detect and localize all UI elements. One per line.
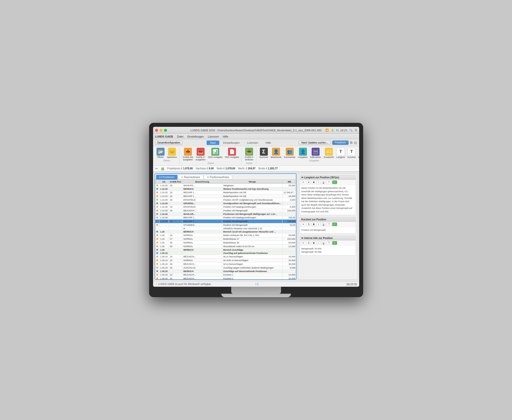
tab-lizenzen[interactable]: Lizenzen	[244, 140, 262, 145]
table-row[interactable]: 1.30.1040ZUSCHLAGZuschlag wegen schlecht…	[155, 266, 296, 270]
kurztext-underline-button[interactable]: U	[321, 223, 326, 226]
oeffnen-group-label: Öffnen	[163, 159, 170, 162]
table-row[interactable]: HHINWEIS Hinweise zum Abschnitt 1.20	[155, 227, 296, 230]
table-row[interactable]: 1.10.25BEREICHWeitere Positionsarten mit…	[155, 187, 296, 191]
langtext-indent-button[interactable]: ⊤	[327, 181, 332, 184]
save-button[interactable]: 😊 Speichern	[166, 147, 178, 159]
toolbar-group-export: 📤 GAEB x84ausgeben 📤 GAEB x*ausgeben 📊 O…	[180, 147, 242, 164]
table-row[interactable]: 1.10.2510BEDARF (...Bedarfsposition mit …	[155, 191, 296, 194]
scissors-icon: ✂	[155, 167, 158, 171]
table-row[interactable]: 1.2010NORMALBoden einbauen BK 3/4 h bis …	[155, 233, 296, 237]
table-row[interactable]: 1.30.20BEREICHZuschläge auf davorstehend…	[155, 270, 296, 273]
table-row[interactable]: 1.2027NORMALBodenklasse 27150,000m30,000	[155, 237, 296, 241]
interneinfo-bold-button[interactable]: B	[312, 241, 316, 245]
zusatzinfo-button[interactable]: 🏷 Zusatzinfo	[323, 147, 335, 159]
interneinfo-underline-button[interactable]: U	[321, 241, 326, 245]
data-table[interactable]: OZ GAEB-Pos Bezeichnung Menge ME Materia…	[155, 180, 296, 279]
tab-positionsaufmass[interactable]: ✏ Positionsaufmass	[204, 175, 232, 180]
netto-item: Netto € 1.078,80	[217, 167, 235, 170]
gaeb-xstar-in-button[interactable]: 📥 GAEB x*einlesen	[244, 147, 255, 161]
menu-lizenzen[interactable]: Lizenzen	[208, 135, 219, 138]
table-row[interactable]: 1.30BEREICHBereich Zuschläge0,00	[155, 248, 296, 252]
interneinfo-italic-button[interactable]: I	[317, 241, 321, 245]
kurztext-bold-button[interactable]: B	[312, 223, 316, 226]
bietertexte-label: Bietertexte	[271, 156, 282, 158]
search-icon[interactable]: 🔍	[349, 129, 353, 132]
window-expand-icon[interactable]: ⧉	[350, 140, 352, 145]
bietertexte-button[interactable]: 👤 Bietertexte	[270, 147, 283, 159]
menu-hilfe[interactable]: Hilfe	[223, 135, 228, 138]
menu-datei[interactable]: Datei	[177, 135, 183, 138]
table-row[interactable]: 1.30.2020BEZUSCH...Kurztext 220,000m0,00…	[155, 277, 296, 280]
table-row[interactable]: 1.10.2530EPANTEILEPosition mit EP-Aufgli…	[155, 198, 296, 202]
table-row[interactable]: 1.10.30GRUNDG...Grundposition mit Mengen…	[155, 202, 296, 205]
kurztext-copy-button[interactable]: ⎘	[307, 223, 311, 226]
tab-lv-positionen[interactable]: LV-Positionen	[156, 175, 178, 180]
langtext-italic-button[interactable]: I	[317, 181, 321, 184]
summen-button[interactable]: Σ Summen	[258, 147, 269, 159]
interneinfo-clear-button[interactable]: C	[332, 241, 337, 245]
langtext-button[interactable]: T Langtext	[335, 147, 346, 159]
kurztext-cut-button[interactable]: ✂	[301, 223, 306, 226]
interneinfo-indent-button[interactable]: ⊤	[327, 241, 332, 245]
table-row[interactable]: 1.10.3010EPANTEILEPosition mit Katalogzu…	[155, 205, 296, 209]
open-button[interactable]: 📂 Öffnen	[156, 147, 166, 159]
gesamtkonfiguration-button[interactable]: Gesamtkonfiguration	[155, 140, 182, 145]
table-row[interactable]: 1.2050NORMALWurzelstock roden d=15-30 cm…	[155, 245, 296, 248]
table-row[interactable]: 1.30.10Zuschlag auf gekennzeichnete Posi…	[155, 252, 296, 255]
kurztext-clear-button[interactable]: C	[332, 223, 337, 226]
kalkulation-button[interactable]: 🧮 Kalkulation	[309, 147, 322, 159]
table-row[interactable]: 1.10.4020BEDARF (...Position mit Mengens…	[155, 220, 296, 223]
langtext-cut-button[interactable]: ✂	[301, 181, 306, 184]
menubar: LUNDS GAEB Datei Einstellungen Lizenzen …	[153, 134, 359, 139]
table-row[interactable]: 1.30.2010BEZUSCH...Kurztext 110,000m0,00…	[155, 273, 296, 277]
langtext-bold-button[interactable]: B	[312, 181, 316, 184]
menu-einstellungen[interactable]: Einstellungen	[187, 135, 204, 138]
menu-app[interactable]: LUNDS GAEB	[155, 135, 173, 138]
langtext-underline-button[interactable]: U	[321, 181, 326, 184]
gaeb-x84-button[interactable]: 📤 GAEB x84ausgeben	[182, 147, 194, 161]
table-row[interactable]: 1.10.40WAHLGR...Positionen mit Mengenspl…	[155, 213, 296, 216]
update-button[interactable]: Nach Updates suchen...	[299, 140, 331, 145]
table-row[interactable]: STUNDEN...Position mit Mengensplit22,00m…	[155, 223, 296, 227]
kommentar-button[interactable]: 👥 Kommentar	[283, 147, 297, 159]
table-row[interactable]: 1.30.1030BEZUSCH...Ist zu bezuschlagen30…	[155, 262, 296, 266]
table-row[interactable]: 1.10.3020BEZUSCH...Position mit Mengensp…	[155, 209, 296, 213]
feedback-button[interactable]: Feedback	[332, 140, 349, 145]
row-indicator-cell	[155, 255, 159, 259]
table-row[interactable]: 1.10.2034WAHLPO...Steigeisen25,000Stnur …	[155, 184, 296, 187]
tab-einstellungen[interactable]: Einstellungen	[220, 140, 243, 145]
close-button[interactable]	[155, 129, 158, 132]
interneinfo-button[interactable]: T Interne Info	[357, 147, 359, 159]
kurztext-indent-button[interactable]: ⊤	[327, 223, 332, 226]
ods-button[interactable]: 📊 ODS-Ausgabe	[207, 147, 224, 161]
window-contract-icon[interactable]: ⊡	[354, 141, 357, 145]
table-row[interactable]: 1.10.40BEDARF (...Position mit Katalogzu…	[155, 216, 296, 220]
kurztext-button[interactable]: T Kurztext	[346, 147, 357, 159]
langtext-clear-button[interactable]: C	[332, 181, 337, 184]
table-row[interactable]: 1.20BEREICHBereich 10.20 mit ausgelassen…	[155, 230, 296, 233]
interneinfo-copy-button[interactable]: ⎘	[307, 241, 311, 245]
tab-raumaufmass[interactable]: ✏ Raumaufmass	[178, 175, 203, 180]
cell-oz: 1.30.10	[159, 259, 169, 262]
cell-menge	[283, 270, 296, 273]
interneinfo-cut-button[interactable]: ✂	[301, 241, 306, 245]
tab-hilfe[interactable]: Hilfe	[262, 140, 275, 145]
gaeb-xstar-out-button[interactable]: 📤 GAEB x*ausgeben	[195, 147, 207, 161]
table-row[interactable]: 1.10.2520BEDARF (...Bedarfsposition mit …	[155, 194, 296, 198]
pdf-button[interactable]: 📄 PDF-Ausgabe	[224, 147, 240, 161]
summen-icon: Σ	[260, 148, 268, 156]
vorgaben-button[interactable]: 👤 Vorgaben	[297, 147, 309, 159]
langtext-copy-button[interactable]: ⎘	[307, 181, 311, 184]
tab-start[interactable]: Start	[207, 140, 219, 145]
table-row[interactable]: 1.2040NORMALBodenklasse 3050,000m30,000	[155, 241, 296, 245]
cell-pos: BEREICH	[182, 230, 222, 233]
row-indicator-cell	[155, 259, 159, 262]
table-row[interactable]: 1.30.1010BEZUSCH...Ist zu bezuschlagen10…	[155, 255, 296, 259]
minimize-button[interactable]	[160, 129, 163, 132]
list-icon[interactable]: ☰	[355, 129, 357, 132]
kurztext-italic-button[interactable]: I	[317, 223, 321, 226]
cell-oz: 1.10.25	[159, 187, 169, 191]
maximize-button[interactable]	[164, 129, 167, 132]
table-row[interactable]: 1.30.1020NORMALIst nicht zu bezuschlagen…	[155, 259, 296, 262]
